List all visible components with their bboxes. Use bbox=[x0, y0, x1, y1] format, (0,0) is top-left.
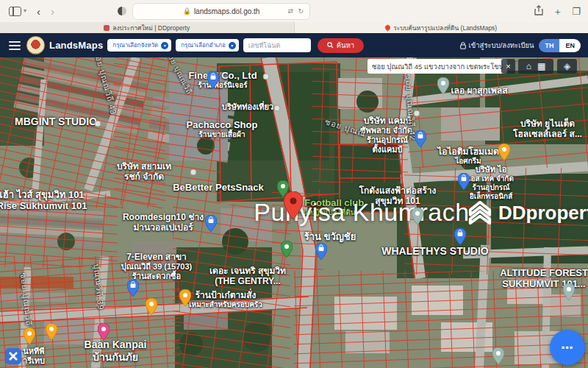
parcel-grid-button[interactable]: ▦ bbox=[537, 61, 545, 71]
back-button[interactable]: ‹ bbox=[37, 6, 40, 17]
search-button[interactable]: ค้นหา bbox=[318, 38, 364, 53]
app-header: LandsMaps กรุณาเลือกจังหวัด ▾ กรุณาเลือก… bbox=[0, 33, 588, 57]
chevron-down-icon: ▾ bbox=[229, 42, 236, 49]
lock-icon bbox=[460, 42, 466, 49]
magnifier-icon bbox=[327, 42, 334, 49]
menu-icon[interactable] bbox=[9, 41, 21, 50]
map-tools-group: ⌂ ▦ bbox=[518, 59, 553, 74]
tab-label: ระบบค้นหารูปแปลงที่ดิน (LandsMaps) bbox=[393, 23, 497, 33]
url-text: landsmaps.dol.go.th bbox=[194, 7, 260, 15]
chevron-down-icon[interactable]: ▾ bbox=[24, 8, 26, 14]
tab-overview-icon[interactable]: ❐ bbox=[572, 7, 581, 16]
browser-toolbar: ▾ ‹ › 🔒 landsmaps.dol.go.th ⇄ ↻ ＋ ❐ bbox=[0, 0, 588, 23]
more-actions-fab[interactable]: ••• bbox=[550, 330, 585, 365]
login-link[interactable]: เข้าสู่ระบบ/ลงทะเบียน bbox=[460, 40, 534, 51]
lock-icon: 🔒 bbox=[183, 7, 191, 15]
ddproperty-watermark: DDproperty bbox=[467, 199, 588, 227]
translate-reload-icons[interactable]: ⇄ ↻ bbox=[287, 7, 305, 15]
ddproperty-watermark-text: DDproperty bbox=[498, 202, 588, 224]
clear-search-button[interactable]: × bbox=[501, 59, 515, 74]
map-search-input[interactable] bbox=[368, 59, 507, 74]
province-dropdown[interactable]: กรุณาเลือกจังหวัด ▾ bbox=[107, 39, 171, 52]
privacy-shield-icon[interactable] bbox=[118, 7, 126, 15]
tab-strip: ลงประกาศใหม่ | DDproperty ระบบค้นหารูปแป… bbox=[0, 22, 588, 33]
tab-landsmaps[interactable]: ระบบค้นหารูปแปลงที่ดิน (LandsMaps) bbox=[294, 22, 588, 33]
layers-button[interactable]: ◈ bbox=[557, 59, 577, 74]
login-label: เข้าสู่ระบบ/ลงทะเบียน bbox=[469, 40, 534, 51]
tab-ddproperty[interactable]: ลงประกาศใหม่ | DDproperty bbox=[0, 22, 294, 33]
sidebar-toggle-icon[interactable] bbox=[9, 7, 21, 16]
brand-title: LandsMaps bbox=[49, 40, 103, 51]
new-tab-icon[interactable]: ＋ bbox=[553, 7, 562, 16]
ddproperty-logo-icon bbox=[467, 199, 492, 227]
search-button-label: ค้นหา bbox=[337, 40, 354, 51]
lang-en-button[interactable]: EN bbox=[559, 39, 581, 52]
map-canvas[interactable]: Fine26 Co., Ltdร้านเฟอร์นิเจอร์บริษัทท่อ… bbox=[0, 57, 588, 368]
province-dropdown-label: กรุณาเลือกจังหวัด bbox=[112, 40, 158, 50]
forward-button[interactable]: › bbox=[51, 6, 54, 17]
district-dropdown[interactable]: กรุณาเลือกอำเภอ ▾ bbox=[176, 39, 238, 52]
tab-label: ลงประกาศใหม่ | DDproperty bbox=[112, 23, 190, 33]
district-dropdown-label: กรุณาเลือกอำเภอ bbox=[181, 40, 225, 50]
deed-number-input[interactable] bbox=[243, 38, 311, 52]
chevron-down-icon: ▾ bbox=[161, 42, 168, 49]
home-button[interactable]: ⌂ bbox=[526, 61, 531, 71]
dol-logo bbox=[26, 36, 45, 54]
map-pin-favicon bbox=[384, 24, 392, 32]
address-bar[interactable]: 🔒 landsmaps.dol.go.th ⇄ ↻ bbox=[132, 3, 310, 20]
ddproperty-favicon bbox=[104, 25, 110, 31]
share-icon[interactable] bbox=[534, 5, 543, 17]
language-toggle: TH EN bbox=[539, 39, 581, 52]
lang-th-button[interactable]: TH bbox=[539, 39, 559, 52]
